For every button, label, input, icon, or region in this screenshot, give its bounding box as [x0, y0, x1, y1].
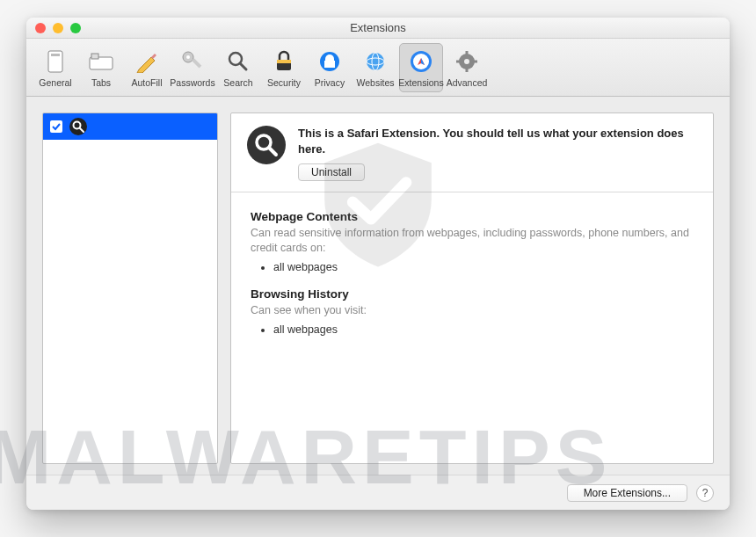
- permissions-section: Webpage Contents Can read sensitive info…: [231, 192, 713, 367]
- toolbar-label: Privacy: [315, 77, 345, 88]
- autofill-icon: [134, 48, 160, 75]
- tabs-icon: [88, 48, 114, 75]
- toolbar-websites[interactable]: Websites: [353, 43, 397, 92]
- toolbar-label: Advanced: [447, 77, 488, 88]
- toolbar-label: Websites: [357, 77, 395, 88]
- magnifier-icon: [69, 118, 87, 135]
- toolbar-passwords[interactable]: Passwords: [171, 43, 214, 92]
- extension-header: This is a Safari Extension. You should t…: [231, 113, 713, 192]
- permission-bullet: all webpages: [273, 323, 694, 336]
- toolbar-extensions[interactable]: Extensions: [399, 43, 443, 92]
- toolbar-autofill[interactable]: AutoFill: [125, 43, 169, 92]
- toolbar-label: Tabs: [91, 77, 111, 88]
- toolbar-label: Search: [223, 77, 252, 88]
- uninstall-button[interactable]: Uninstall: [298, 163, 365, 181]
- svg-line-29: [269, 148, 276, 155]
- search-icon: [225, 48, 251, 75]
- svg-rect-6: [192, 58, 201, 68]
- svg-point-5: [186, 55, 190, 59]
- extension-enable-checkbox[interactable]: [50, 120, 62, 133]
- permission-bullet: all webpages: [273, 261, 694, 273]
- privacy-icon: [316, 48, 343, 75]
- webpage-contents-title: Webpage Contents: [251, 210, 694, 223]
- browsing-history-title: Browsing History: [251, 287, 694, 301]
- svg-rect-25: [473, 61, 477, 63]
- toolbar-label: Extensions: [398, 77, 443, 88]
- lock-icon: [271, 48, 297, 75]
- svg-point-21: [464, 59, 469, 64]
- magnifier-icon: [247, 126, 286, 164]
- toolbar-label: Passwords: [170, 77, 214, 88]
- globe-icon: [362, 48, 389, 75]
- footer-bar: More Extensions... ?: [26, 475, 730, 510]
- toolbar-privacy[interactable]: Privacy: [308, 43, 352, 92]
- more-extensions-button[interactable]: More Extensions...: [567, 484, 687, 502]
- compass-icon: [408, 48, 434, 75]
- browsing-history-desc: Can see when you visit:: [251, 303, 694, 318]
- svg-line-8: [240, 63, 246, 69]
- window-title: Extensions: [26, 21, 730, 34]
- svg-rect-12: [324, 61, 335, 68]
- toolbar-label: Security: [267, 77, 301, 88]
- toolbar-general[interactable]: General: [33, 43, 77, 92]
- toolbar-tabs[interactable]: Tabs: [79, 43, 123, 92]
- toolbar-advanced[interactable]: Advanced: [445, 43, 489, 92]
- key-icon: [179, 48, 206, 75]
- toolbar-search[interactable]: Search: [216, 43, 260, 92]
- webpage-contents-desc: Can read sensitive information from webp…: [251, 226, 694, 256]
- extension-list-item[interactable]: [43, 113, 217, 140]
- svg-rect-10: [277, 60, 291, 63]
- titlebar: Extensions: [26, 18, 730, 39]
- extensions-sidebar: [42, 112, 218, 464]
- svg-line-27: [80, 128, 84, 132]
- toolbar-label: AutoFill: [131, 77, 162, 88]
- preferences-toolbar: General Tabs AutoFill Passwords Search: [26, 39, 730, 97]
- gear-icon: [454, 48, 480, 75]
- general-icon: [42, 48, 69, 75]
- help-button[interactable]: ?: [696, 484, 714, 502]
- svg-rect-3: [91, 54, 98, 59]
- preferences-window: Extensions General Tabs AutoFill Passwor…: [26, 18, 730, 510]
- extension-detail-panel: This is a Safari Extension. You should t…: [230, 112, 714, 464]
- svg-point-13: [367, 53, 384, 70]
- svg-rect-1: [51, 54, 60, 56]
- svg-rect-23: [466, 68, 469, 72]
- svg-rect-24: [456, 61, 461, 63]
- toolbar-security[interactable]: Security: [262, 43, 306, 92]
- toolbar-label: General: [39, 77, 71, 88]
- svg-rect-22: [466, 51, 469, 55]
- extension-description: This is a Safari Extension. You should t…: [298, 126, 697, 156]
- content-area: This is a Safari Extension. You should t…: [26, 97, 730, 475]
